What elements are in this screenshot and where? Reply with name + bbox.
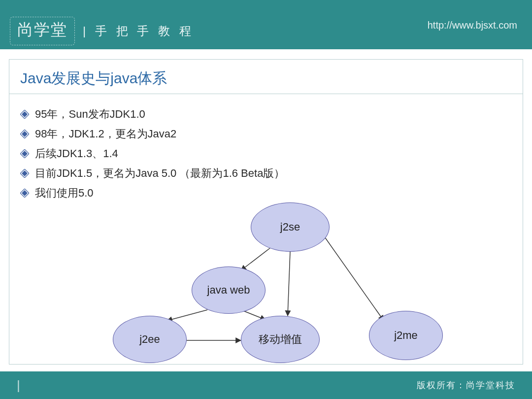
slide-title-row: Java发展史与java体系: [9, 60, 523, 94]
svg-rect-7: [22, 171, 27, 176]
header-subtitle: | 手 把 手 教 程: [83, 23, 194, 39]
header-url: http://www.bjsxt.com: [428, 20, 517, 31]
bullet-text: 我们使用5.0: [35, 185, 94, 201]
svg-rect-3: [22, 132, 27, 136]
node-label: j2me: [394, 329, 418, 342]
content-panel: Java发展史与java体系 95年，Sun发布JDK1.0 98年，JDK1.…: [9, 59, 523, 365]
diamond-bullet-icon: [20, 189, 29, 198]
node-javaweb: java web: [192, 266, 266, 314]
bullet-text: 98年，JDK1.2，更名为Java2: [35, 126, 176, 142]
header-bar: 尚学堂 | 手 把 手 教 程 http://www.bjsxt.com: [0, 0, 532, 49]
footer-bar: | 版权所有：尚学堂科技: [0, 371, 532, 399]
diamond-bullet-icon: [20, 149, 29, 158]
list-item: 98年，JDK1.2，更名为Java2: [20, 126, 512, 142]
slide-title: Java发展史与java体系: [20, 68, 512, 89]
node-j2se: j2se: [251, 202, 330, 252]
svg-line-12: [325, 237, 384, 321]
node-mobile: 移动增值: [241, 316, 320, 363]
svg-line-11: [288, 252, 290, 316]
list-item: 我们使用5.0: [20, 185, 512, 201]
node-label: 移动增值: [259, 332, 302, 347]
node-j2me: j2me: [369, 311, 443, 360]
bullet-text: 95年，Sun发布JDK1.0: [35, 106, 145, 123]
node-label: j2ee: [139, 333, 160, 346]
footer-separator: |: [17, 378, 20, 393]
logo-text: 尚学堂: [10, 17, 75, 45]
bullet-list: 95年，Sun发布JDK1.0 98年，JDK1.2，更名为Java2 后续JD…: [9, 94, 523, 201]
node-label: java web: [207, 284, 250, 297]
list-item: 目前JDK1.5，更名为Java 5.0 （最新为1.6 Beta版）: [20, 165, 512, 182]
bullet-text: 后续JDK1.3、1.4: [35, 145, 118, 162]
diamond-bullet-icon: [20, 130, 29, 138]
logo-area: 尚学堂 | 手 把 手 教 程: [10, 17, 194, 45]
svg-line-10: [241, 248, 270, 270]
node-j2ee: j2ee: [113, 316, 187, 363]
list-item: 95年，Sun发布JDK1.0: [20, 106, 512, 123]
diagram-area: j2se java web j2ee 移动增值 j2me: [93, 202, 467, 360]
svg-rect-5: [22, 151, 27, 156]
node-label: j2se: [280, 221, 300, 233]
footer-copyright: 版权所有：尚学堂科技: [417, 379, 515, 391]
svg-line-13: [167, 310, 207, 321]
diamond-bullet-icon: [20, 169, 29, 178]
list-item: 后续JDK1.3、1.4: [20, 145, 512, 162]
diamond-bullet-icon: [20, 110, 29, 119]
svg-rect-9: [22, 191, 27, 196]
svg-rect-1: [22, 112, 27, 117]
bullet-text: 目前JDK1.5，更名为Java 5.0 （最新为1.6 Beta版）: [35, 165, 285, 182]
